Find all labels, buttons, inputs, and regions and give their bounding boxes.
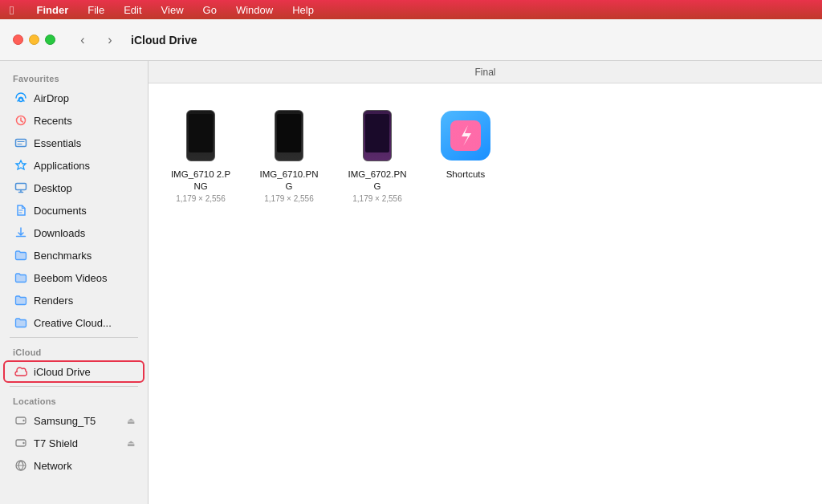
svg-rect-3 bbox=[16, 184, 26, 190]
menubar-go[interactable]: Go bbox=[200, 4, 220, 16]
essentials-icon bbox=[14, 136, 27, 149]
file-name-img6702: IMG_6702.PNG bbox=[346, 169, 409, 193]
svg-point-7 bbox=[22, 442, 24, 444]
essentials-label: Essentials bbox=[34, 137, 81, 149]
file-meta-img6702: 1,179 × 2,556 bbox=[352, 194, 401, 203]
t7-shield-label: T7 Shield bbox=[34, 437, 78, 449]
file-meta-img6710-2: 1,179 × 2,556 bbox=[176, 194, 225, 203]
sidebar-item-desktop[interactable]: Desktop bbox=[3, 177, 144, 199]
beebom-videos-icon bbox=[14, 271, 27, 284]
column-header-label: Final bbox=[474, 67, 495, 78]
sidebar-item-applications[interactable]: Applications bbox=[3, 154, 144, 177]
sidebar-item-samsung-t5[interactable]: Samsung_T5 ⏏ bbox=[3, 409, 144, 432]
main-area: Favourites AirDrop bbox=[0, 61, 822, 504]
menubar-edit[interactable]: Edit bbox=[120, 4, 144, 16]
sidebar-item-renders[interactable]: Renders bbox=[3, 289, 144, 311]
menubar:  Finder File Edit View Go Window Help bbox=[0, 0, 822, 19]
network-label: Network bbox=[34, 460, 72, 472]
sidebar-divider-1 bbox=[10, 337, 138, 338]
sidebar-item-network[interactable]: Network bbox=[3, 454, 144, 477]
shortcuts-folder-icon bbox=[441, 111, 490, 161]
icloud-drive-label: iCloud Drive bbox=[34, 366, 91, 378]
window-title: iCloud Drive bbox=[131, 34, 197, 47]
titlebar: ‹ › iCloud Drive bbox=[0, 19, 822, 61]
airdrop-label: AirDrop bbox=[34, 92, 69, 104]
sidebar-item-beebom-videos[interactable]: Beebom Videos bbox=[3, 266, 144, 289]
file-name-shortcuts: Shortcuts bbox=[446, 169, 486, 181]
documents-label: Documents bbox=[34, 205, 87, 217]
beebom-videos-label: Beebom Videos bbox=[34, 272, 108, 284]
finder-window: ‹ › iCloud Drive Favourites AirDrop bbox=[0, 19, 822, 504]
benchmarks-icon bbox=[14, 249, 27, 262]
samsung-t5-icon bbox=[14, 414, 27, 427]
file-item-img6710-2[interactable]: IMG_6710 2.PNG 1,179 × 2,556 bbox=[165, 103, 237, 208]
icloud-drive-icon bbox=[14, 365, 27, 378]
sidebar-item-airdrop[interactable]: AirDrop bbox=[3, 87, 144, 109]
sidebar-section-icloud: iCloud bbox=[0, 341, 148, 360]
menubar-window[interactable]: Window bbox=[233, 4, 276, 16]
sidebar-section-locations: Locations bbox=[0, 390, 148, 409]
downloads-icon bbox=[14, 226, 27, 239]
file-thumb-shortcuts bbox=[437, 108, 494, 164]
sidebar-item-creative-cloud[interactable]: Creative Cloud... bbox=[3, 311, 144, 334]
maximize-button[interactable] bbox=[45, 35, 55, 45]
svg-point-5 bbox=[22, 420, 24, 421]
file-grid: IMG_6710 2.PNG 1,179 × 2,556 IMG_6710.PN… bbox=[149, 83, 822, 227]
forward-button[interactable]: › bbox=[99, 29, 121, 51]
network-icon bbox=[14, 459, 27, 472]
applications-label: Applications bbox=[34, 160, 90, 172]
file-item-img6702[interactable]: IMG_6702.PNG 1,179 × 2,556 bbox=[341, 103, 413, 208]
menubar-view[interactable]: View bbox=[158, 4, 187, 16]
sidebar-item-t7-shield[interactable]: T7 Shield ⏏ bbox=[3, 432, 144, 454]
file-thumb-img6710-2 bbox=[173, 108, 229, 164]
sidebar: Favourites AirDrop bbox=[0, 61, 149, 504]
sidebar-item-recents[interactable]: Recents bbox=[3, 109, 144, 132]
airdrop-icon bbox=[14, 91, 27, 104]
sidebar-item-benchmarks[interactable]: Benchmarks bbox=[3, 244, 144, 266]
nav-buttons: ‹ › bbox=[71, 29, 121, 51]
sidebar-item-icloud-drive[interactable]: iCloud Drive bbox=[3, 360, 144, 383]
sidebar-item-documents[interactable]: Documents bbox=[3, 199, 144, 222]
menubar-file[interactable]: File bbox=[84, 4, 108, 16]
file-thumb-img6710 bbox=[261, 108, 317, 164]
renders-icon bbox=[14, 294, 27, 307]
desktop-icon bbox=[14, 181, 27, 194]
samsung-t5-label: Samsung_T5 bbox=[34, 415, 96, 427]
benchmarks-label: Benchmarks bbox=[34, 250, 92, 262]
documents-icon bbox=[14, 204, 27, 217]
file-item-img6710[interactable]: IMG_6710.PNG 1,179 × 2,556 bbox=[253, 103, 325, 208]
content-area: Final IMG_6710 2.PNG 1,179 × 2,556 bbox=[149, 61, 822, 504]
minimize-button[interactable] bbox=[29, 35, 39, 45]
apple-menu[interactable]:  bbox=[6, 3, 17, 17]
t7-shield-eject[interactable]: ⏏ bbox=[127, 438, 135, 449]
svg-rect-2 bbox=[16, 140, 26, 147]
file-item-shortcuts[interactable]: Shortcuts bbox=[429, 103, 502, 208]
column-header: Final bbox=[149, 61, 822, 83]
sidebar-section-favourites: Favourites bbox=[0, 67, 148, 87]
downloads-label: Downloads bbox=[34, 227, 85, 239]
file-thumb-img6702 bbox=[349, 108, 405, 164]
close-button[interactable] bbox=[13, 35, 23, 45]
back-button[interactable]: ‹ bbox=[71, 29, 94, 51]
samsung-t5-eject[interactable]: ⏏ bbox=[127, 416, 135, 426]
file-name-img6710-2: IMG_6710 2.PNG bbox=[169, 169, 232, 193]
renders-label: Renders bbox=[34, 295, 73, 307]
recents-icon bbox=[14, 114, 27, 127]
file-name-img6710: IMG_6710.PNG bbox=[258, 169, 320, 193]
recents-label: Recents bbox=[34, 115, 72, 127]
creative-cloud-label: Creative Cloud... bbox=[34, 317, 112, 329]
creative-cloud-icon bbox=[14, 316, 27, 329]
sidebar-divider-2 bbox=[10, 386, 138, 387]
menubar-help[interactable]: Help bbox=[289, 4, 317, 16]
desktop-label: Desktop bbox=[34, 182, 72, 194]
sidebar-item-downloads[interactable]: Downloads bbox=[3, 222, 144, 244]
traffic-lights bbox=[13, 35, 55, 45]
file-meta-img6710: 1,179 × 2,556 bbox=[264, 194, 313, 203]
applications-icon bbox=[14, 159, 27, 172]
menubar-finder[interactable]: Finder bbox=[33, 4, 71, 16]
t7-shield-icon bbox=[14, 437, 27, 449]
sidebar-item-essentials[interactable]: Essentials bbox=[3, 132, 144, 154]
